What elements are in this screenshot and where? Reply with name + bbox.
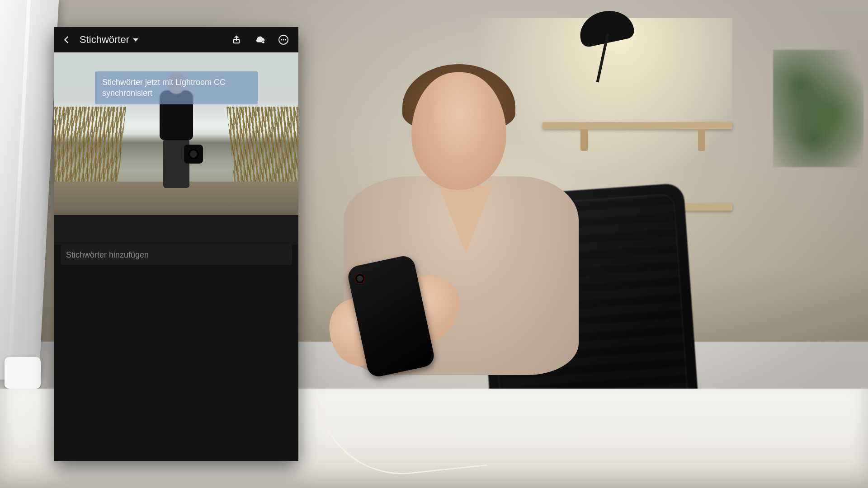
more-horizontal-icon — [278, 34, 289, 45]
share-button[interactable] — [229, 32, 244, 47]
app-header: Stichwörter — [54, 27, 298, 52]
keywords-input[interactable] — [66, 250, 287, 260]
keywords-input-wrap[interactable] — [61, 245, 292, 265]
svg-point-4 — [283, 39, 284, 40]
plant — [773, 50, 863, 167]
view-title: Stichwörter — [80, 34, 129, 46]
view-title-dropdown[interactable]: Stichwörter — [77, 32, 141, 47]
svg-point-1 — [262, 41, 264, 44]
cloud-sync-icon — [254, 35, 266, 45]
chevron-down-icon — [133, 38, 138, 42]
sync-toast-line1: Stichwörter jetzt mit Lightroom CC — [102, 78, 226, 87]
svg-point-5 — [285, 39, 286, 40]
section-divider — [54, 215, 298, 245]
lightroom-keywords-panel: Stichwörter — [54, 27, 298, 461]
wall-shelf-upper — [542, 122, 732, 129]
more-button[interactable] — [276, 32, 291, 47]
svg-point-3 — [281, 39, 282, 40]
photo-reeds-left — [54, 107, 126, 183]
desk-lamp — [561, 11, 642, 84]
keywords-empty-area — [54, 265, 298, 461]
sync-toast: Stichwörter jetzt mit Lightroom CC synch… — [95, 71, 258, 104]
back-button[interactable] — [59, 32, 74, 47]
share-icon — [231, 35, 241, 45]
chevron-left-icon — [61, 35, 71, 45]
photo-preview[interactable]: Stichwörter jetzt mit Lightroom CC synch… — [54, 52, 298, 215]
power-adapter — [5, 357, 41, 389]
photo-subject-camera — [184, 145, 203, 164]
sync-toast-line2: synchronisiert — [102, 89, 152, 98]
shelf-bracket — [698, 129, 705, 151]
cloud-sync-button[interactable] — [252, 32, 268, 47]
shelf-bracket — [580, 129, 588, 151]
photo-reeds-right — [226, 107, 298, 183]
